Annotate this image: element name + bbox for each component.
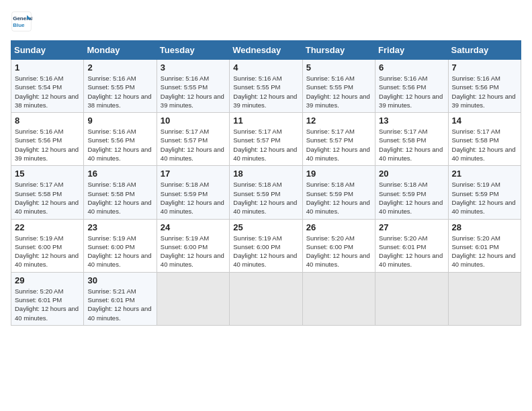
day-info: Sunrise: 5:16 AM Sunset: 5:56 PM Dayligh… — [379, 74, 444, 109]
day-number: 7 — [452, 62, 517, 73]
calendar-cell — [448, 272, 521, 325]
day-number: 13 — [379, 116, 444, 126]
calendar-cell: 26 Sunrise: 5:20 AM Sunset: 6:00 PM Dayl… — [302, 219, 375, 272]
calendar-cell: 15 Sunrise: 5:17 AM Sunset: 5:58 PM Dayl… — [11, 166, 84, 219]
calendar-cell: 23 Sunrise: 5:19 AM Sunset: 6:00 PM Dayl… — [84, 219, 157, 272]
logo: General Blue — [11, 11, 35, 32]
calendar-cell: 21 Sunrise: 5:19 AM Sunset: 5:59 PM Dayl… — [448, 166, 521, 219]
day-info: Sunrise: 5:17 AM Sunset: 5:57 PM Dayligh… — [233, 127, 298, 163]
calendar-cell: 27 Sunrise: 5:20 AM Sunset: 6:01 PM Dayl… — [375, 219, 448, 272]
calendar-cell: 11 Sunrise: 5:17 AM Sunset: 5:57 PM Dayl… — [230, 113, 302, 166]
day-info: Sunrise: 5:19 AM Sunset: 6:00 PM Dayligh… — [233, 234, 298, 269]
calendar-cell: 30 Sunrise: 5:21 AM Sunset: 6:01 PM Dayl… — [84, 272, 157, 325]
day-number: 14 — [452, 116, 517, 126]
day-info: Sunrise: 5:16 AM Sunset: 5:56 PM Dayligh… — [87, 127, 152, 163]
day-number: 27 — [379, 222, 444, 232]
col-header-friday: Friday — [375, 41, 448, 60]
logo-icon: General Blue — [11, 11, 32, 32]
calendar-cell: 19 Sunrise: 5:18 AM Sunset: 5:59 PM Dayl… — [302, 166, 375, 219]
day-info: Sunrise: 5:17 AM Sunset: 5:58 PM Dayligh… — [15, 180, 80, 216]
day-info: Sunrise: 5:21 AM Sunset: 6:01 PM Dayligh… — [87, 287, 152, 322]
day-number: 4 — [233, 62, 298, 73]
day-number: 6 — [379, 62, 444, 73]
day-number: 23 — [87, 222, 152, 232]
calendar-cell: 25 Sunrise: 5:19 AM Sunset: 6:00 PM Dayl… — [230, 219, 302, 272]
day-info: Sunrise: 5:19 AM Sunset: 5:59 PM Dayligh… — [452, 180, 517, 216]
day-number: 17 — [161, 169, 226, 179]
calendar-cell: 13 Sunrise: 5:17 AM Sunset: 5:58 PM Dayl… — [375, 113, 448, 166]
day-info: Sunrise: 5:17 AM Sunset: 5:57 PM Dayligh… — [161, 127, 226, 163]
calendar-cell: 20 Sunrise: 5:18 AM Sunset: 5:59 PM Dayl… — [375, 166, 448, 219]
calendar-week-row: 22 Sunrise: 5:19 AM Sunset: 6:00 PM Dayl… — [11, 219, 521, 272]
day-info: Sunrise: 5:18 AM Sunset: 5:59 PM Dayligh… — [233, 180, 298, 216]
day-info: Sunrise: 5:18 AM Sunset: 5:59 PM Dayligh… — [306, 180, 371, 216]
day-info: Sunrise: 5:16 AM Sunset: 5:55 PM Dayligh… — [233, 74, 298, 109]
calendar-cell: 2 Sunrise: 5:16 AM Sunset: 5:55 PM Dayli… — [84, 60, 157, 113]
day-number: 30 — [87, 275, 152, 285]
calendar-cell: 8 Sunrise: 5:16 AM Sunset: 5:56 PM Dayli… — [11, 113, 84, 166]
day-number: 2 — [87, 62, 152, 73]
day-number: 5 — [306, 62, 371, 73]
day-info: Sunrise: 5:20 AM Sunset: 6:00 PM Dayligh… — [306, 234, 371, 269]
calendar-cell: 14 Sunrise: 5:17 AM Sunset: 5:58 PM Dayl… — [448, 113, 521, 166]
day-number: 26 — [306, 222, 371, 232]
calendar-cell: 24 Sunrise: 5:19 AM Sunset: 6:00 PM Dayl… — [157, 219, 229, 272]
day-info: Sunrise: 5:16 AM Sunset: 5:55 PM Dayligh… — [161, 74, 226, 109]
day-number: 16 — [87, 169, 152, 179]
day-number: 25 — [233, 222, 298, 232]
day-info: Sunrise: 5:16 AM Sunset: 5:56 PM Dayligh… — [15, 127, 80, 163]
calendar-cell: 28 Sunrise: 5:20 AM Sunset: 6:01 PM Dayl… — [448, 219, 521, 272]
day-info: Sunrise: 5:16 AM Sunset: 5:55 PM Dayligh… — [306, 74, 371, 109]
day-info: Sunrise: 5:20 AM Sunset: 6:01 PM Dayligh… — [379, 234, 444, 269]
calendar-week-row: 1 Sunrise: 5:16 AM Sunset: 5:54 PM Dayli… — [11, 60, 521, 113]
day-number: 20 — [379, 169, 444, 179]
calendar-cell: 18 Sunrise: 5:18 AM Sunset: 5:59 PM Dayl… — [230, 166, 302, 219]
day-info: Sunrise: 5:19 AM Sunset: 6:00 PM Dayligh… — [161, 234, 226, 269]
day-number: 24 — [161, 222, 226, 232]
calendar-cell: 22 Sunrise: 5:19 AM Sunset: 6:00 PM Dayl… — [11, 219, 84, 272]
col-header-tuesday: Tuesday — [157, 41, 229, 60]
day-info: Sunrise: 5:16 AM Sunset: 5:55 PM Dayligh… — [87, 74, 152, 109]
calendar-cell — [302, 272, 375, 325]
day-number: 8 — [15, 116, 80, 126]
calendar-cell: 16 Sunrise: 5:18 AM Sunset: 5:58 PM Dayl… — [84, 166, 157, 219]
col-header-saturday: Saturday — [448, 41, 521, 60]
svg-text:Blue: Blue — [13, 22, 25, 28]
calendar-cell: 3 Sunrise: 5:16 AM Sunset: 5:55 PM Dayli… — [157, 60, 229, 113]
day-info: Sunrise: 5:17 AM Sunset: 5:58 PM Dayligh… — [379, 127, 444, 163]
col-header-monday: Monday — [84, 41, 157, 60]
calendar-week-row: 15 Sunrise: 5:17 AM Sunset: 5:58 PM Dayl… — [11, 166, 521, 219]
col-header-sunday: Sunday — [11, 41, 84, 60]
calendar-cell — [157, 272, 229, 325]
day-number: 12 — [306, 116, 371, 126]
calendar-week-row: 29 Sunrise: 5:20 AM Sunset: 6:01 PM Dayl… — [11, 272, 521, 325]
day-number: 11 — [233, 116, 298, 126]
day-info: Sunrise: 5:16 AM Sunset: 5:54 PM Dayligh… — [15, 74, 80, 109]
calendar-cell — [230, 272, 302, 325]
day-info: Sunrise: 5:18 AM Sunset: 5:59 PM Dayligh… — [161, 180, 226, 216]
day-info: Sunrise: 5:19 AM Sunset: 6:00 PM Dayligh… — [15, 234, 80, 269]
day-number: 9 — [87, 116, 152, 126]
calendar-cell: 9 Sunrise: 5:16 AM Sunset: 5:56 PM Dayli… — [84, 113, 157, 166]
day-info: Sunrise: 5:17 AM Sunset: 5:57 PM Dayligh… — [306, 127, 371, 163]
day-info: Sunrise: 5:19 AM Sunset: 6:00 PM Dayligh… — [87, 234, 152, 269]
col-header-wednesday: Wednesday — [230, 41, 302, 60]
calendar-cell: 12 Sunrise: 5:17 AM Sunset: 5:57 PM Dayl… — [302, 113, 375, 166]
day-number: 29 — [15, 275, 80, 285]
calendar-cell — [375, 272, 448, 325]
calendar-cell: 17 Sunrise: 5:18 AM Sunset: 5:59 PM Dayl… — [157, 166, 229, 219]
calendar-cell: 1 Sunrise: 5:16 AM Sunset: 5:54 PM Dayli… — [11, 60, 84, 113]
day-info: Sunrise: 5:17 AM Sunset: 5:58 PM Dayligh… — [452, 127, 517, 163]
day-number: 10 — [161, 116, 226, 126]
day-number: 15 — [15, 169, 80, 179]
day-number: 19 — [306, 169, 371, 179]
calendar-cell: 10 Sunrise: 5:17 AM Sunset: 5:57 PM Dayl… — [157, 113, 229, 166]
day-info: Sunrise: 5:18 AM Sunset: 5:59 PM Dayligh… — [379, 180, 444, 216]
day-number: 22 — [15, 222, 80, 232]
day-info: Sunrise: 5:18 AM Sunset: 5:58 PM Dayligh… — [87, 180, 152, 216]
calendar-header-row: SundayMondayTuesdayWednesdayThursdayFrid… — [11, 41, 521, 60]
calendar-cell: 5 Sunrise: 5:16 AM Sunset: 5:55 PM Dayli… — [302, 60, 375, 113]
day-number: 21 — [452, 169, 517, 179]
day-number: 18 — [233, 169, 298, 179]
day-info: Sunrise: 5:20 AM Sunset: 6:01 PM Dayligh… — [15, 287, 80, 322]
